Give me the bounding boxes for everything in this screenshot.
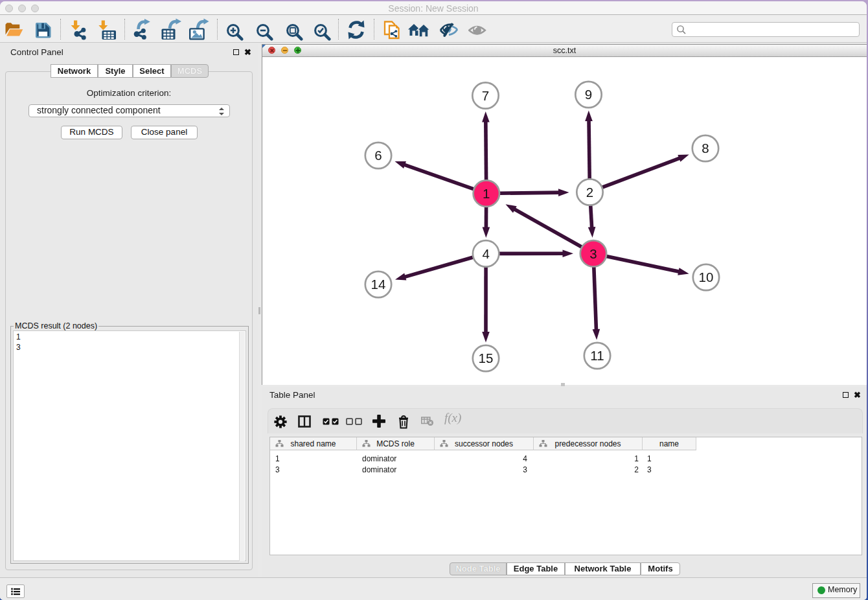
- svg-text:15: 15: [479, 351, 494, 365]
- svg-text:4: 4: [482, 246, 489, 261]
- svg-text:14: 14: [371, 277, 386, 292]
- svg-text:2: 2: [586, 185, 593, 200]
- svg-text:3: 3: [589, 246, 597, 261]
- svg-text:7: 7: [482, 88, 489, 103]
- svg-text:11: 11: [590, 348, 604, 363]
- svg-text:8: 8: [702, 141, 709, 156]
- svg-text:6: 6: [374, 148, 382, 163]
- svg-text:1: 1: [483, 186, 490, 201]
- svg-text:9: 9: [585, 87, 592, 102]
- svg-text:10: 10: [699, 270, 714, 284]
